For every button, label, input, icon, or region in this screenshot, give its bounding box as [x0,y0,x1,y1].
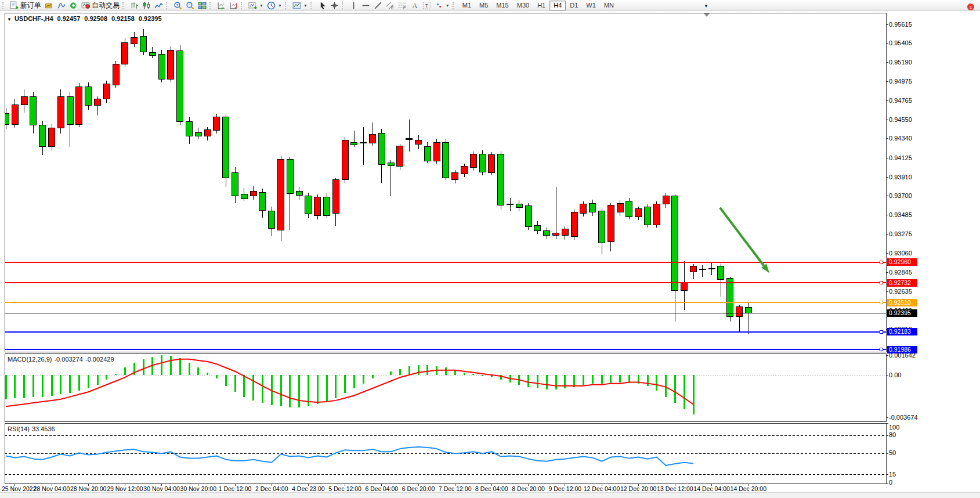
toolbar-group-grip [310,2,314,9]
timeframe-button-m30[interactable]: M30 [513,1,533,10]
new-chart-button[interactable]: ▼ [247,1,265,10]
timeframe-button-m1[interactable]: M1 [458,1,475,10]
candle [433,139,440,164]
candle [186,117,193,144]
rsi-axis-tick: 0 [889,479,892,486]
rsi-axis-tick: 15 [889,471,896,478]
time-axis-label: 13 Dec 12:00 [657,485,693,492]
dropdown-arrow-icon[interactable]: ▼ [278,3,282,8]
svg-text:T: T [425,2,428,9]
time-axis-label: 30 Nov 20:00 [180,485,217,492]
cursor-button[interactable] [316,1,328,10]
line-chart-button[interactable] [153,1,165,10]
candle [360,127,367,165]
indicators-button[interactable] [55,1,67,10]
candle [607,203,614,251]
candle [85,82,92,110]
candlestick-button[interactable] [140,1,153,10]
price-level-flag: 0.92960 [887,258,917,266]
timeframe-button-m15[interactable]: M15 [492,1,512,10]
timeframe-button-h4[interactable]: H4 [549,1,566,10]
templates-button[interactable]: ▼ [291,1,309,10]
tile-windows-button[interactable] [196,1,208,10]
candle [113,61,119,89]
dropdown-arrow-icon[interactable]: ▼ [259,3,263,8]
fibonacci-button[interactable]: F [396,1,408,10]
vertical-line-button[interactable] [348,1,360,10]
down-arrow-annotation[interactable] [720,208,769,273]
time-axis-label: 14 Dec 04:00 [693,485,730,492]
fibonacci-icon: F [398,1,407,10]
zoom-in-button[interactable] [172,1,184,10]
chart-canvas[interactable]: 0.956150.954050.951900.949750.947650.945… [0,11,980,498]
timeframe-button-w1[interactable]: W1 [582,1,600,10]
chart-shift-icon [229,1,238,10]
charts-button[interactable] [43,1,55,10]
new-order-icon [10,1,19,10]
chart-window[interactable]: 0.956150.954050.951900.949750.947650.945… [0,11,980,498]
timeframe-button-d1[interactable]: D1 [566,1,582,10]
price-axis-tick: 0.94975 [889,78,912,85]
main-toolbar: 新订单自动交易▼▼▼EFAT▼M1M5M15M30H1H4D1W1MN1 [0,0,980,11]
text-icon: A [410,1,419,10]
timeframe-button-mn[interactable]: MN [600,1,618,10]
toolbar-overflow-icon[interactable]: ▼ [704,3,708,9]
toolbar-group-grip [122,2,126,9]
time-axis-label: 9 Dec 12:00 [548,485,581,492]
crosshair-button[interactable] [328,1,341,10]
alerts-button[interactable] [67,1,79,10]
horizontal-level-lines[interactable] [5,261,886,351]
symbol-dropdown-icon[interactable]: ▼ [7,17,12,22]
text-button[interactable]: A [408,1,421,10]
price-axis-tick: 0.93700 [889,192,912,199]
candle [49,124,55,150]
arrows-button[interactable]: ▼ [433,1,451,10]
bar-chart-button[interactable] [128,1,140,10]
candle [516,200,522,211]
channel-button[interactable]: E [384,1,396,10]
candle [415,135,422,150]
ohlc-close: 0.92395 [139,15,162,22]
autotrading-button[interactable]: 自动交易 [79,1,121,10]
chart-shift-marker[interactable] [704,13,710,17]
price-level-flag: 0.92183 [887,328,917,335]
auto-scroll-button[interactable] [215,1,227,10]
timeframe-button-h1[interactable]: H1 [533,1,549,10]
candle [553,187,559,239]
candle [314,194,321,219]
new-order-button[interactable]: 新订单 [8,1,43,10]
periods-button[interactable]: ▼ [265,1,284,10]
rsi-value: 33.4536 [32,425,55,432]
autotrading-icon [81,1,90,10]
crosshair-icon [330,1,339,10]
period-clock-icon [267,1,276,10]
svg-text:A: A [412,2,418,10]
candle [690,264,697,279]
price-axis-tick: 0.93910 [889,174,912,181]
trendline-button[interactable] [372,1,384,10]
macd-name: MACD(12,26,9) [8,356,52,363]
candle [617,200,623,215]
horizontal-line-button[interactable] [360,1,372,10]
zoom-out-button[interactable] [184,1,196,10]
new-order-button-label: 新订单 [20,1,41,10]
candle [452,170,458,183]
candle [76,83,82,127]
price-level-flag: 0.91986 [887,346,917,353]
candle [489,152,495,175]
candle [95,96,101,115]
candle [626,198,632,219]
toolbar-group-grip [342,2,345,9]
price-level-flag: 0.92510 [887,299,917,306]
dropdown-arrow-icon[interactable]: ▼ [303,3,308,8]
tile-windows-icon [198,1,207,10]
timeframe-button-m5[interactable]: M5 [475,1,492,10]
price-axis-tick: 0.92635 [889,288,912,295]
chart-shift-button[interactable] [227,1,240,10]
dropdown-arrow-icon[interactable]: ▼ [446,3,450,8]
candle [443,139,449,180]
candle [370,122,376,146]
rsi-axis-tick: 100 [889,424,899,431]
text-label-button[interactable]: T [421,1,433,10]
candle [507,198,513,211]
